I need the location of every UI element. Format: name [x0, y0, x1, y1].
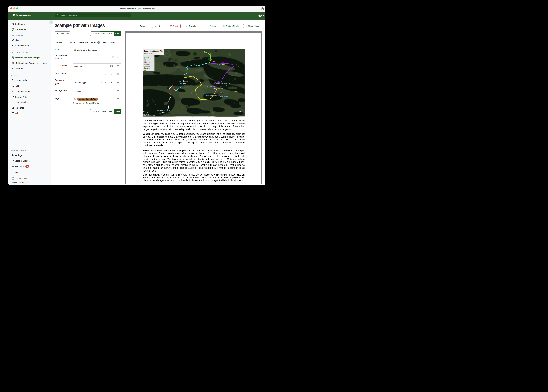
svg-text:©2017 Google: ©2017 Google [143, 114, 149, 115]
svg-text:New York Island: New York Island [179, 81, 187, 82]
svg-text:Day 2: Day 2 [146, 60, 150, 62]
svg-text:?: ? [12, 178, 13, 179]
svg-text:N: N [239, 112, 241, 114]
svg-text:Day 3: Day 3 [146, 62, 150, 63]
svg-text:Day 4: Day 4 [146, 64, 150, 65]
svg-text:Squirrel Island: Squirrel Island [220, 95, 228, 97]
svg-text:Google Earth: Google Earth [143, 111, 154, 113]
svg-text:Six days in BWCA: Six days in BWCA [144, 53, 153, 54]
svg-text:Washington Island: Washington Island [212, 88, 223, 89]
svg-text:Boundary Waters Trip: Boundary Waters Trip [144, 50, 163, 52]
svg-text:Canoe Island: Canoe Island [205, 94, 213, 96]
svg-text:Image © 2017 DigitalGlobe: Image © 2017 DigitalGlobe [143, 115, 155, 116]
svg-text:Legend: Legend [144, 56, 149, 58]
svg-text:Text: Text [193, 91, 196, 93]
svg-text:Half Dog Island: Half Dog Island [207, 86, 216, 87]
svg-text:Day 5: Day 5 [146, 66, 150, 67]
svg-text:Charlies Island: Charlies Island [161, 110, 170, 112]
svg-text:3 mi: 3 mi [234, 113, 236, 115]
svg-text:Gary Island: Gary Island [180, 83, 186, 84]
svg-text:Indian Grave Island: Indian Grave Island [216, 83, 227, 84]
svg-text:Day 6: Day 6 [146, 68, 150, 69]
svg-text:Lincoln Island: Lincoln Island [216, 92, 224, 94]
svg-text:Day 1: Day 1 [146, 59, 150, 60]
svg-text:Hausons Island: Hausons Island [216, 64, 225, 65]
svg-text:Entry Point 24: Entry Point 24 [146, 69, 154, 71]
